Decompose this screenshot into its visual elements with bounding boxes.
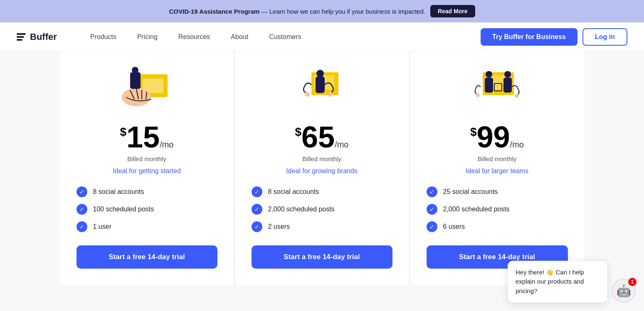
chat-bubble: Hey there! 👋 Can I help explain our prod… (508, 261, 607, 286)
nav-item-customers[interactable]: Customers (261, 30, 309, 44)
feature-text: 2,000 scheduled posts (268, 206, 335, 213)
logo[interactable]: Buffer (17, 32, 57, 42)
svg-point-13 (305, 92, 310, 97)
check-icon: ✓ (427, 186, 437, 197)
check-icon: ✓ (252, 221, 262, 232)
check-icon: ✓ (76, 221, 87, 232)
feature-text: 25 social accounts (443, 188, 498, 196)
plan-small-business: $65/mo Billed monthly Ideal for growing … (235, 51, 410, 285)
header-actions: Try Buffer for Business Log in (481, 28, 627, 46)
tagline-1: Ideal for getting started (113, 167, 181, 175)
pricing-cards: $15/mo Billed monthly Ideal for getting … (0, 51, 644, 285)
feature-item: ✓ 2 users (252, 221, 392, 232)
plan-illustration-2 (289, 64, 355, 114)
trial-button-2[interactable]: Start a free 14-day trial (252, 245, 392, 269)
announcement-text: COVID-19 Assistance Program — Learn how … (169, 8, 425, 15)
svg-point-8 (132, 67, 138, 73)
main-nav: Products Pricing Resources About Custome… (82, 30, 481, 44)
logo-text: Buffer (30, 32, 57, 42)
feature-text: 8 social accounts (268, 188, 319, 196)
feature-item: ✓ 100 scheduled posts (76, 204, 217, 215)
svg-rect-11 (316, 76, 325, 93)
check-icon: ✓ (76, 204, 87, 215)
chat-badge: 1 (628, 278, 637, 285)
check-icon: ✓ (76, 186, 87, 197)
logo-icon (17, 33, 26, 41)
chat-widget: Hey there! 👋 Can I help explain our prod… (508, 261, 636, 286)
billing-text-2: Billed monthly (302, 155, 341, 162)
feature-item: ✓ 25 social accounts (427, 186, 568, 197)
billing-text-1: Billed monthly (127, 155, 166, 162)
features-list-3: ✓ 25 social accounts ✓ 2,000 scheduled p… (427, 186, 568, 232)
svg-rect-17 (485, 78, 493, 93)
svg-rect-7 (130, 72, 141, 89)
feature-text: 1 user (93, 223, 111, 230)
feature-text: 100 scheduled posts (93, 206, 154, 213)
tagline-3: Ideal for larger teams (466, 167, 528, 175)
read-more-button[interactable]: Read More (430, 5, 475, 17)
trial-button-1[interactable]: Start a free 14-day trial (76, 245, 217, 269)
feature-item: ✓ 2,000 scheduled posts (252, 204, 392, 215)
svg-point-22 (515, 94, 519, 98)
price-block-1: $15/mo (120, 122, 173, 152)
svg-point-12 (316, 70, 324, 77)
feature-item: ✓ 6 users (427, 221, 568, 232)
chat-avatar[interactable]: 🤖 1 (612, 279, 636, 285)
price-block-2: $65/mo (295, 122, 348, 152)
svg-point-18 (486, 71, 492, 78)
plan-illustration-3 (464, 64, 530, 114)
plan-illustration-1 (114, 64, 180, 114)
check-icon: ✓ (427, 204, 437, 215)
svg-rect-19 (503, 78, 512, 93)
billing-text-3: Billed monthly (478, 155, 516, 162)
svg-point-14 (328, 92, 333, 97)
announcement-bar: COVID-19 Assistance Program — Learn how … (0, 0, 644, 22)
feature-text: 2,000 scheduled posts (443, 206, 510, 213)
nav-item-resources[interactable]: Resources (170, 30, 218, 44)
feature-text: 2 users (268, 223, 290, 230)
plan-medium-business: $99/mo Billed monthly Ideal for larger t… (410, 51, 585, 285)
try-buffer-button[interactable]: Try Buffer for Business (481, 28, 577, 46)
nav-item-products[interactable]: Products (82, 30, 125, 44)
header: Buffer Products Pricing Resources About … (0, 22, 644, 51)
tagline-2: Ideal for growing brands (286, 167, 358, 175)
svg-point-21 (476, 93, 480, 97)
check-icon: ✓ (252, 204, 262, 215)
features-list-2: ✓ 8 social accounts ✓ 2,000 scheduled po… (252, 186, 392, 232)
price-block-3: $99/mo (470, 122, 524, 152)
feature-item: ✓ 8 social accounts (76, 186, 217, 197)
check-icon: ✓ (252, 186, 262, 197)
feature-item: ✓ 8 social accounts (252, 186, 392, 197)
nav-item-pricing[interactable]: Pricing (129, 30, 166, 44)
plan-essentials: $15/mo Billed monthly Ideal for getting … (60, 51, 234, 285)
feature-text: 8 social accounts (93, 188, 144, 196)
feature-item: ✓ 1 user (76, 221, 217, 232)
feature-text: 6 users (443, 223, 465, 230)
nav-item-about[interactable]: About (222, 30, 257, 44)
feature-item: ✓ 2,000 scheduled posts (427, 204, 568, 215)
login-button[interactable]: Log in (582, 28, 627, 46)
svg-point-20 (504, 71, 511, 78)
check-icon: ✓ (427, 221, 437, 232)
features-list-1: ✓ 8 social accounts ✓ 100 scheduled post… (76, 186, 217, 232)
main-content: $15/mo Billed monthly Ideal for getting … (0, 51, 644, 285)
